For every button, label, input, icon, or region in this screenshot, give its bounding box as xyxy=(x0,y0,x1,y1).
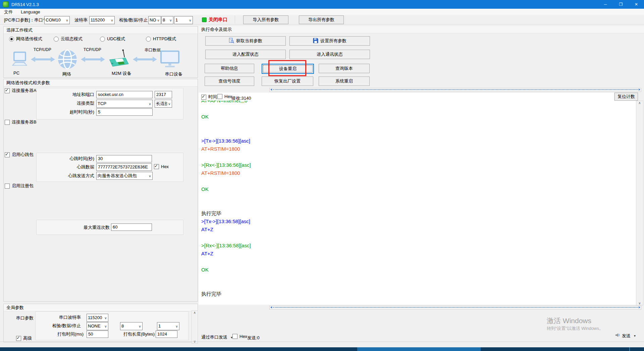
scroll-left-icon[interactable] xyxy=(270,306,272,308)
log-line: 执行完毕 xyxy=(201,290,636,298)
log-line xyxy=(201,274,636,282)
log-line: AT+APN=internet,,,0 xyxy=(201,101,636,105)
import-params-button[interactable]: 导入所有参数 xyxy=(243,15,288,24)
stopbits-select[interactable]: 1∨ xyxy=(174,16,193,24)
app-icon xyxy=(3,1,9,7)
checkbox-icon xyxy=(16,336,21,341)
taskbar[interactable] xyxy=(0,347,644,351)
reconnect-input[interactable]: 60 xyxy=(111,223,152,231)
serial-device-icon xyxy=(160,50,179,70)
activate-windows-watermark: 激活 Windows xyxy=(547,316,591,325)
send-button[interactable]: 发送 ▾ xyxy=(615,333,636,339)
chevron-down-icon: ∨ xyxy=(148,102,152,106)
send-via-serial-dropdown[interactable]: 通过串口发送 ▾ xyxy=(201,333,232,341)
log-output[interactable]: AT+APN=internet,,,0OK>[Tx->][13:36:56][a… xyxy=(199,101,636,305)
advanced-checkbox[interactable]: 高级 xyxy=(16,335,32,341)
radio-icon xyxy=(9,37,14,42)
log-line: AT+Z xyxy=(201,250,636,258)
factory-reset-button[interactable]: 恢复出厂设置 xyxy=(262,77,313,86)
reconnect-panel: 最大重连次数 60 xyxy=(36,220,183,235)
radio-label: 网络透传模式 xyxy=(16,36,42,42)
g-stopbits-select[interactable]: 1∨ xyxy=(157,322,179,330)
g-baud-select[interactable]: 115200∨ xyxy=(87,314,108,322)
scroll-up-icon[interactable]: ∧ xyxy=(194,311,196,314)
button-label: 帮助信息 xyxy=(221,65,238,71)
link-label-tcpudp-1: TCP/UDP xyxy=(34,47,51,52)
baud-select[interactable]: 115200∨ xyxy=(89,16,115,24)
scroll-up-icon[interactable]: ∧ xyxy=(638,101,641,105)
scrollbar-track[interactable] xyxy=(273,89,638,90)
left-panel-scrollbar[interactable]: ∧ ∨ xyxy=(192,310,198,344)
conn-type-select[interactable]: TCP∨ xyxy=(96,100,153,108)
radio-udc[interactable]: UDC模式 xyxy=(100,36,125,42)
radio-net-transparent[interactable]: 网络透传模式 xyxy=(9,36,42,42)
chevron-down-icon: ∨ xyxy=(138,324,142,328)
log-top-scrollbar[interactable] xyxy=(269,88,641,92)
g-databits-select[interactable]: 8∨ xyxy=(120,322,143,330)
enter-config-state-button[interactable]: 进入配置状态 xyxy=(205,50,286,59)
hb-hex-checkbox[interactable]: Hex xyxy=(154,164,169,169)
menu-file[interactable]: 文件 xyxy=(0,9,17,15)
log-bottom-scrollbar[interactable] xyxy=(269,306,641,310)
send-hex-checkbox[interactable]: Hex xyxy=(232,334,247,339)
radio-label: 云组态模式 xyxy=(61,36,83,42)
radio-httpd[interactable]: HTTPD模式 xyxy=(146,36,176,42)
reset-count-button[interactable]: 复位计数 xyxy=(614,93,638,101)
help-info-button[interactable]: 帮助信息 xyxy=(205,64,254,73)
scroll-left-icon[interactable] xyxy=(270,89,272,91)
server-a-checkbox[interactable]: 连接服务器A xyxy=(5,88,37,94)
enter-comm-state-button[interactable]: 进入通讯状态 xyxy=(289,50,370,59)
window-title: DR514 V2.1.3 xyxy=(11,2,39,7)
get-current-params-button[interactable]: 获取当前参数 xyxy=(205,36,286,46)
com-port-select[interactable]: COM10∨ xyxy=(44,16,70,24)
maximize-button[interactable]: ❐ xyxy=(613,0,629,9)
menu-language[interactable]: Language xyxy=(17,9,44,14)
databits-select[interactable]: 8∨ xyxy=(161,16,173,24)
scrollbar-track[interactable] xyxy=(273,307,638,308)
log-hex-checkbox[interactable]: Hex xyxy=(217,94,232,99)
radio-icon xyxy=(146,37,151,42)
radio-cloud[interactable]: 云组态模式 xyxy=(54,36,83,42)
scroll-down-icon[interactable]: ∨ xyxy=(638,301,641,305)
query-version-button[interactable]: 查询版本 xyxy=(319,64,370,73)
taskbar-active-segment[interactable] xyxy=(357,347,481,351)
minimize-button[interactable]: ─ xyxy=(598,0,613,9)
serial-params-label: 串口参数 xyxy=(0,315,34,321)
conn-type-label: 连接类型 xyxy=(37,100,94,107)
m2m-device-icon xyxy=(108,48,129,71)
hb-mode-select[interactable]: 向服务器发送心跳包∨ xyxy=(96,172,153,180)
chevron-down-icon: ▾ xyxy=(634,334,636,338)
server-b-checkbox[interactable]: 连接服务器B xyxy=(5,119,37,125)
menu-bar: 文件 Language xyxy=(0,9,644,15)
system-restart-button[interactable]: 系统重启 xyxy=(319,77,370,86)
query-signal-button[interactable]: 查信号强度 xyxy=(205,77,254,86)
com-port-value: COM10 xyxy=(45,17,65,23)
toolbar-separator xyxy=(235,15,235,23)
sent-count: 发送:0 xyxy=(247,334,260,342)
advanced-label: 高级 xyxy=(23,335,32,341)
g-parity-select[interactable]: NONE∨ xyxy=(87,322,108,330)
scroll-right-icon[interactable] xyxy=(639,89,640,91)
baud-label: 波特率 xyxy=(74,16,88,24)
checkbox-icon xyxy=(217,94,222,99)
register-checkbox[interactable]: 启用注册包 xyxy=(5,183,34,189)
keep-type-select[interactable]: 长连接∨ xyxy=(155,100,172,108)
set-all-params-button[interactable]: 设置所有参数 xyxy=(289,36,370,46)
keep-type-value: 长连接 xyxy=(155,100,167,107)
server-addr-input[interactable]: socket.usr.cn xyxy=(96,91,153,98)
export-params-button[interactable]: 导出所有参数 xyxy=(299,15,344,24)
link-label-tcpudp-2: TCP/UDP xyxy=(84,47,101,52)
scroll-right-icon[interactable] xyxy=(639,306,640,308)
hb-time-input[interactable]: 30 xyxy=(96,155,152,162)
server-port-input[interactable]: 2317 xyxy=(155,91,172,98)
close-port-button[interactable]: 关闭串口 xyxy=(202,17,227,23)
pack-len-input[interactable]: 1024 xyxy=(156,331,177,338)
hb-data-input[interactable]: 7777772E7573722E636E xyxy=(96,163,152,171)
log-vertical-scrollbar[interactable]: ∧ ∨ xyxy=(636,101,643,305)
close-button[interactable]: ✕ xyxy=(629,0,644,9)
timeout-label: 超时时间(秒) xyxy=(37,109,94,115)
heartbeat-checkbox[interactable]: 启用心跳包 xyxy=(5,152,34,158)
timeout-input[interactable]: 5 xyxy=(96,108,153,116)
parity-select[interactable]: NONE∨ xyxy=(148,16,161,24)
pack-time-input[interactable]: 50 xyxy=(87,331,108,338)
